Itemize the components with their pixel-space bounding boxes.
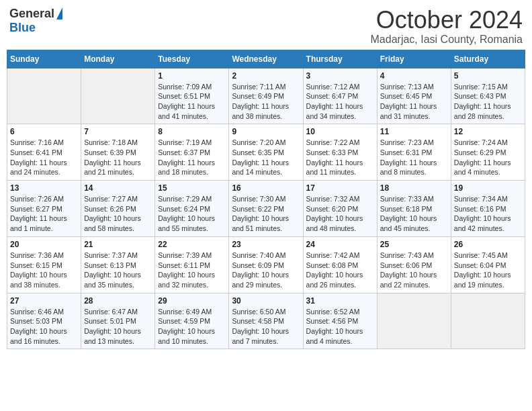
calendar-body: 1Sunrise: 7:09 AM Sunset: 6:51 PM Daylig… bbox=[7, 68, 525, 349]
day-detail: Sunrise: 7:16 AM Sunset: 6:41 PM Dayligh… bbox=[10, 138, 78, 177]
title-block: October 2024 Madarjac, Iasi County, Roma… bbox=[371, 7, 523, 46]
day-number: 18 bbox=[380, 183, 448, 193]
day-number: 7 bbox=[84, 127, 152, 136]
day-detail: Sunrise: 7:42 AM Sunset: 6:08 PM Dayligh… bbox=[306, 250, 374, 290]
calendar-cell: 25Sunrise: 7:43 AM Sunset: 6:06 PM Dayli… bbox=[377, 236, 451, 293]
day-number: 15 bbox=[158, 183, 226, 193]
day-detail: Sunrise: 7:19 AM Sunset: 6:37 PM Dayligh… bbox=[158, 138, 226, 177]
day-number: 11 bbox=[380, 127, 448, 136]
day-detail: Sunrise: 7:20 AM Sunset: 6:35 PM Dayligh… bbox=[232, 138, 300, 177]
day-number: 28 bbox=[84, 296, 152, 306]
logo-triangle-icon bbox=[56, 7, 62, 19]
calendar-cell: 11Sunrise: 7:23 AM Sunset: 6:31 PM Dayli… bbox=[377, 124, 451, 181]
day-number: 1 bbox=[158, 71, 226, 81]
logo: General Blue bbox=[9, 7, 62, 35]
day-detail: Sunrise: 7:22 AM Sunset: 6:33 PM Dayligh… bbox=[306, 138, 374, 177]
day-number: 12 bbox=[454, 127, 522, 136]
calendar-cell: 1Sunrise: 7:09 AM Sunset: 6:51 PM Daylig… bbox=[155, 68, 229, 124]
day-detail: Sunrise: 7:15 AM Sunset: 6:43 PM Dayligh… bbox=[454, 82, 522, 122]
day-detail: Sunrise: 7:11 AM Sunset: 6:49 PM Dayligh… bbox=[232, 82, 300, 122]
calendar-cell: 30Sunrise: 6:50 AM Sunset: 4:58 PM Dayli… bbox=[229, 293, 303, 349]
day-detail: Sunrise: 7:30 AM Sunset: 6:22 PM Dayligh… bbox=[232, 194, 300, 234]
day-number: 13 bbox=[10, 183, 78, 193]
weekday-header-monday: Monday bbox=[81, 50, 155, 68]
calendar-subtitle: Madarjac, Iasi County, Romania bbox=[371, 34, 523, 46]
day-number: 25 bbox=[380, 240, 448, 249]
calendar-cell: 20Sunrise: 7:36 AM Sunset: 6:15 PM Dayli… bbox=[7, 236, 81, 293]
day-number: 24 bbox=[306, 240, 374, 249]
weekday-header-tuesday: Tuesday bbox=[155, 50, 229, 68]
calendar-cell: 19Sunrise: 7:34 AM Sunset: 6:16 PM Dayli… bbox=[451, 181, 525, 237]
calendar-week-5: 27Sunrise: 6:46 AM Sunset: 5:03 PM Dayli… bbox=[7, 293, 525, 349]
calendar-cell: 2Sunrise: 7:11 AM Sunset: 6:49 PM Daylig… bbox=[229, 68, 303, 124]
day-detail: Sunrise: 7:43 AM Sunset: 6:06 PM Dayligh… bbox=[380, 250, 448, 290]
calendar-cell bbox=[7, 68, 81, 124]
day-detail: Sunrise: 6:47 AM Sunset: 5:01 PM Dayligh… bbox=[84, 307, 152, 347]
day-detail: Sunrise: 6:49 AM Sunset: 4:59 PM Dayligh… bbox=[158, 307, 226, 347]
calendar-cell: 8Sunrise: 7:19 AM Sunset: 6:37 PM Daylig… bbox=[155, 124, 229, 181]
day-number: 29 bbox=[158, 296, 226, 306]
day-detail: Sunrise: 7:26 AM Sunset: 6:27 PM Dayligh… bbox=[10, 194, 78, 234]
calendar-cell bbox=[81, 68, 155, 124]
calendar-cell bbox=[377, 293, 451, 349]
day-number: 16 bbox=[232, 183, 300, 193]
day-detail: Sunrise: 7:13 AM Sunset: 6:45 PM Dayligh… bbox=[380, 82, 448, 122]
weekday-header-saturday: Saturday bbox=[451, 50, 525, 68]
weekday-header-thursday: Thursday bbox=[303, 50, 377, 68]
calendar-header: SundayMondayTuesdayWednesdayThursdayFrid… bbox=[7, 50, 525, 68]
day-detail: Sunrise: 6:52 AM Sunset: 4:56 PM Dayligh… bbox=[306, 307, 374, 347]
day-number: 19 bbox=[454, 183, 522, 193]
day-detail: Sunrise: 6:50 AM Sunset: 4:58 PM Dayligh… bbox=[232, 307, 300, 347]
calendar-cell: 6Sunrise: 7:16 AM Sunset: 6:41 PM Daylig… bbox=[7, 124, 81, 181]
day-detail: Sunrise: 7:34 AM Sunset: 6:16 PM Dayligh… bbox=[454, 194, 522, 234]
calendar-cell: 29Sunrise: 6:49 AM Sunset: 4:59 PM Dayli… bbox=[155, 293, 229, 349]
calendar-cell: 17Sunrise: 7:32 AM Sunset: 6:20 PM Dayli… bbox=[303, 181, 377, 237]
day-detail: Sunrise: 7:32 AM Sunset: 6:20 PM Dayligh… bbox=[306, 194, 374, 234]
day-number: 26 bbox=[454, 240, 522, 249]
weekday-header-wednesday: Wednesday bbox=[229, 50, 303, 68]
logo-blue-text: Blue bbox=[9, 21, 36, 35]
day-number: 6 bbox=[10, 127, 78, 136]
day-detail: Sunrise: 7:36 AM Sunset: 6:15 PM Dayligh… bbox=[10, 250, 78, 290]
day-number: 10 bbox=[306, 127, 374, 136]
day-number: 14 bbox=[84, 183, 152, 193]
day-number: 27 bbox=[10, 296, 78, 306]
day-detail: Sunrise: 7:09 AM Sunset: 6:51 PM Dayligh… bbox=[158, 82, 226, 122]
calendar-cell: 18Sunrise: 7:33 AM Sunset: 6:18 PM Dayli… bbox=[377, 181, 451, 237]
day-detail: Sunrise: 7:29 AM Sunset: 6:24 PM Dayligh… bbox=[158, 194, 226, 234]
calendar-week-2: 6Sunrise: 7:16 AM Sunset: 6:41 PM Daylig… bbox=[7, 124, 525, 181]
calendar-cell: 23Sunrise: 7:40 AM Sunset: 6:09 PM Dayli… bbox=[229, 236, 303, 293]
calendar-cell bbox=[451, 293, 525, 349]
day-number: 20 bbox=[10, 240, 78, 249]
calendar-cell: 5Sunrise: 7:15 AM Sunset: 6:43 PM Daylig… bbox=[451, 68, 525, 124]
calendar-cell: 16Sunrise: 7:30 AM Sunset: 6:22 PM Dayli… bbox=[229, 181, 303, 237]
day-number: 3 bbox=[306, 71, 374, 81]
header-row: SundayMondayTuesdayWednesdayThursdayFrid… bbox=[7, 50, 525, 68]
calendar-table: SundayMondayTuesdayWednesdayThursdayFrid… bbox=[7, 50, 525, 350]
day-detail: Sunrise: 7:33 AM Sunset: 6:18 PM Dayligh… bbox=[380, 194, 448, 234]
day-detail: Sunrise: 7:45 AM Sunset: 6:04 PM Dayligh… bbox=[454, 250, 522, 290]
calendar-cell: 4Sunrise: 7:13 AM Sunset: 6:45 PM Daylig… bbox=[377, 68, 451, 124]
day-detail: Sunrise: 7:23 AM Sunset: 6:31 PM Dayligh… bbox=[380, 138, 448, 177]
day-detail: Sunrise: 7:18 AM Sunset: 6:39 PM Dayligh… bbox=[84, 138, 152, 177]
calendar-week-4: 20Sunrise: 7:36 AM Sunset: 6:15 PM Dayli… bbox=[7, 236, 525, 293]
day-detail: Sunrise: 7:24 AM Sunset: 6:29 PM Dayligh… bbox=[454, 138, 522, 177]
calendar-cell: 10Sunrise: 7:22 AM Sunset: 6:33 PM Dayli… bbox=[303, 124, 377, 181]
day-detail: Sunrise: 7:37 AM Sunset: 6:13 PM Dayligh… bbox=[84, 250, 152, 290]
calendar-cell: 3Sunrise: 7:12 AM Sunset: 6:47 PM Daylig… bbox=[303, 68, 377, 124]
calendar-title: October 2024 bbox=[371, 7, 523, 34]
calendar-week-3: 13Sunrise: 7:26 AM Sunset: 6:27 PM Dayli… bbox=[7, 181, 525, 237]
day-number: 31 bbox=[306, 296, 374, 306]
day-number: 30 bbox=[232, 296, 300, 306]
day-detail: Sunrise: 7:12 AM Sunset: 6:47 PM Dayligh… bbox=[306, 82, 374, 122]
calendar-cell: 9Sunrise: 7:20 AM Sunset: 6:35 PM Daylig… bbox=[229, 124, 303, 181]
calendar-cell: 28Sunrise: 6:47 AM Sunset: 5:01 PM Dayli… bbox=[81, 293, 155, 349]
day-number: 5 bbox=[454, 71, 522, 81]
logo-general-text: General bbox=[9, 7, 54, 21]
calendar-cell: 13Sunrise: 7:26 AM Sunset: 6:27 PM Dayli… bbox=[7, 181, 81, 237]
calendar-cell: 31Sunrise: 6:52 AM Sunset: 4:56 PM Dayli… bbox=[303, 293, 377, 349]
day-detail: Sunrise: 7:40 AM Sunset: 6:09 PM Dayligh… bbox=[232, 250, 300, 290]
calendar-cell: 24Sunrise: 7:42 AM Sunset: 6:08 PM Dayli… bbox=[303, 236, 377, 293]
calendar-cell: 15Sunrise: 7:29 AM Sunset: 6:24 PM Dayli… bbox=[155, 181, 229, 237]
calendar-cell: 27Sunrise: 6:46 AM Sunset: 5:03 PM Dayli… bbox=[7, 293, 81, 349]
